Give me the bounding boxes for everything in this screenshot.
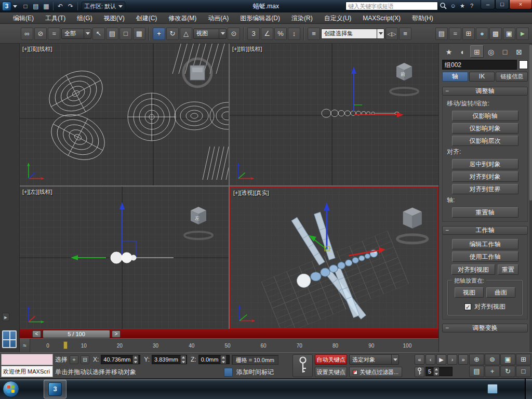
system-tray-icon[interactable]	[487, 384, 498, 394]
motion-panel-icon[interactable]: ◎	[484, 45, 498, 58]
rollout-header-adjust-transform[interactable]: 调整变换	[442, 324, 528, 332]
go-to-start-button[interactable]: «	[415, 354, 424, 365]
angle-snap-icon[interactable]: ∠	[261, 28, 273, 40]
select-and-rotate-icon[interactable]: ↻	[166, 28, 179, 40]
viewcube-front[interactable]: 前	[390, 63, 418, 95]
add-time-tag[interactable]: 添加时间标记	[236, 368, 274, 377]
minimize-button[interactable]: –	[481, 0, 495, 9]
window-crossing-icon[interactable]: ▦	[133, 28, 145, 40]
viewcube-front-face-label[interactable]: 前	[401, 72, 405, 77]
material-editor-icon[interactable]: ●	[476, 28, 488, 40]
left-viewport-canvas[interactable]: 左	[20, 187, 229, 329]
workspace-dropdown[interactable]: 工作区: 默认	[82, 2, 125, 11]
mirror-icon[interactable]: ◁▷	[385, 28, 398, 40]
zoom-extents-icon[interactable]: ▣	[500, 354, 515, 365]
reference-coordinate-dropdown[interactable]: 视图	[193, 29, 227, 39]
menu-modifiers[interactable]: 修改器(M)	[163, 12, 202, 24]
viewport-front-label[interactable]: [+][前][线框]	[232, 45, 262, 53]
rectangular-selection-region-icon[interactable]: □	[119, 28, 132, 40]
utilities-panel-icon[interactable]: ⊠	[512, 45, 526, 58]
key-mode-toggle[interactable]	[415, 367, 424, 377]
affect-object-only-button[interactable]: 仅影响对象	[452, 123, 518, 134]
play-button[interactable]: ▶	[436, 354, 446, 365]
previous-frame-button[interactable]: ‹	[425, 354, 435, 365]
use-working-pivot-button[interactable]: 使用工作轴	[452, 251, 518, 262]
perspective-viewport-canvas[interactable]	[231, 188, 437, 328]
set-key-button[interactable]: 设置关键点	[315, 367, 347, 377]
maximize-viewport-icon[interactable]: □	[516, 366, 531, 377]
pan-icon[interactable]: +	[485, 366, 500, 377]
y-coordinate-field[interactable]: 3.839mm	[152, 355, 187, 364]
start-button[interactable]	[3, 381, 19, 397]
previous-frame-button[interactable]: <	[32, 330, 41, 338]
affect-pivot-only-button[interactable]: 仅影响轴	[452, 111, 518, 121]
front-viewport-canvas[interactable]: 前	[230, 44, 438, 185]
select-and-move-icon[interactable]: +	[153, 28, 165, 40]
align-to-object-button[interactable]: 对齐到对象	[452, 171, 518, 182]
menu-tools[interactable]: 工具(T)	[39, 12, 71, 24]
go-to-end-button[interactable]: »	[458, 354, 468, 365]
save-file-icon[interactable]: ▦	[41, 2, 51, 11]
viewport-perspective[interactable]: [+][透视][真实]	[230, 187, 438, 329]
render-setup-icon[interactable]: ▩	[489, 28, 502, 40]
scrollbar-thumb[interactable]	[529, 45, 532, 201]
top-viewport-canvas[interactable]	[20, 44, 229, 185]
hierarchy-panel-icon[interactable]: ⊞	[470, 45, 484, 58]
modify-panel-icon[interactable]: ◐	[456, 45, 470, 58]
move-gizmo[interactable]	[351, 66, 404, 117]
selection-lock-icon[interactable]: ⊟	[81, 355, 89, 364]
viewcube-perspective[interactable]	[397, 208, 428, 243]
maxscript-mini-listener[interactable]: 欢迎使用 MAXScri	[1, 354, 53, 377]
track-bar[interactable]: ≈ 0 10 20 30 40 50 60 70 80 90 100	[20, 338, 438, 352]
z-coordinate-field[interactable]: 0.0mm	[198, 355, 230, 364]
named-selection-sets-dropdown[interactable]: 创建选择集	[321, 29, 384, 39]
maximize-button[interactable]: □	[495, 0, 509, 9]
menu-edit[interactable]: 编辑(E)	[7, 12, 39, 24]
snap-toggle-icon[interactable]: 3	[247, 28, 260, 40]
viewcube-top[interactable]	[183, 59, 211, 87]
dock-expand-icon[interactable]: ►	[2, 313, 9, 321]
menu-animation[interactable]: 动画(A)	[202, 12, 234, 24]
auto-key-button[interactable]: 自动关键点	[315, 354, 347, 365]
place-surface-button[interactable]: 曲面	[486, 287, 515, 298]
center-to-object-button[interactable]: 居中到对象	[452, 159, 518, 169]
tab-link-info[interactable]: 链接信息	[496, 72, 528, 82]
reset-button[interactable]: 重置	[498, 264, 518, 275]
track-bar-ruler[interactable]: 0 10 20 30 40 50 60 70 80 90 100	[30, 339, 438, 352]
use-center-icon[interactable]: ⊙	[228, 28, 240, 40]
current-frame-field[interactable]: 5	[425, 367, 453, 376]
isolate-selection-icon[interactable]	[224, 368, 233, 377]
object-color-swatch[interactable]	[519, 60, 528, 69]
next-frame-button[interactable]: ›	[447, 354, 457, 365]
select-object-icon[interactable]: ↖	[92, 28, 105, 40]
listener-line[interactable]: 欢迎使用 MAXScri	[1, 366, 53, 377]
move-gizmo[interactable]	[71, 202, 136, 260]
selection-filter-dropdown[interactable]: 全部	[61, 29, 91, 39]
viewport-layout-tab-icon[interactable]	[2, 330, 17, 348]
z-spinner[interactable]	[220, 355, 226, 364]
close-button[interactable]: ×	[509, 0, 532, 9]
zoom-region-icon[interactable]: ▤	[469, 366, 484, 377]
select-and-link-icon[interactable]: ∞	[21, 28, 33, 40]
orbit-icon[interactable]: ↻	[500, 366, 515, 377]
align-to-world-button[interactable]: 对齐到世界	[452, 184, 518, 194]
reset-pivot-button[interactable]: 重置轴	[452, 207, 518, 218]
menu-rendering[interactable]: 渲染(R)	[286, 12, 318, 24]
viewport-top[interactable]: [+][顶][线框]	[20, 44, 229, 185]
taskbar-3dsmax-button[interactable]: 3	[44, 380, 66, 398]
time-slider-handle[interactable]: 5 / 100	[43, 330, 110, 338]
menu-help[interactable]: 帮助(H)	[406, 12, 439, 24]
viewcube-left-face-label[interactable]: 左	[195, 216, 200, 221]
new-file-icon[interactable]: □	[20, 2, 31, 11]
viewport-left-label[interactable]: [+][左][线框]	[22, 188, 52, 196]
time-slider[interactable]: < 5 / 100 >	[20, 329, 438, 338]
viewport-top-label[interactable]: [+][顶][线框]	[22, 45, 52, 53]
render-production-icon[interactable]: ►	[516, 28, 529, 40]
rollout-header-adjust-pivot[interactable]: 调整轴	[442, 87, 528, 96]
command-panel-scrollbar[interactable]	[529, 44, 532, 352]
app-logo-icon[interactable]: 3	[2, 2, 11, 11]
tab-ik[interactable]: IK	[469, 72, 495, 82]
menu-customize[interactable]: 自定义(U)	[318, 12, 357, 24]
tab-pivot[interactable]: 轴	[442, 72, 468, 82]
percent-snap-icon[interactable]: %	[274, 28, 287, 40]
